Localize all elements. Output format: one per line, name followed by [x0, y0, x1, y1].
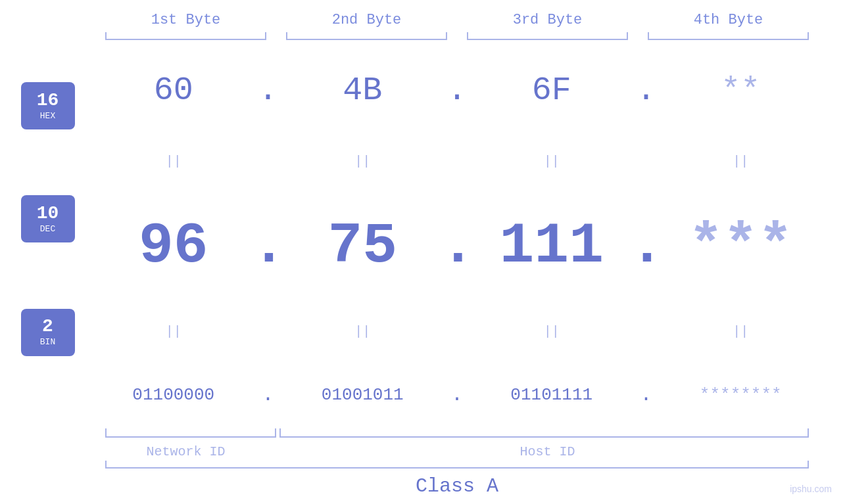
- eq-byte3-dec-bin: ||: [473, 324, 630, 339]
- hex-byte2: 4B: [285, 72, 441, 109]
- byte1-header: 1st Byte: [95, 12, 276, 28]
- bin-byte1: 01100000: [95, 385, 252, 405]
- bin-base-label: BIN: [40, 337, 55, 347]
- eq-byte4-hex-dec: ||: [663, 154, 819, 169]
- id-labels-row: Network ID Host ID: [95, 444, 819, 459]
- bin-byte2: 01001011: [285, 385, 441, 405]
- bin-dot1: .: [252, 384, 285, 406]
- dec-dot3: .: [630, 214, 663, 279]
- bin-byte3: 01101111: [473, 385, 630, 405]
- dec-byte4: ***: [663, 214, 819, 279]
- watermark: ipshu.com: [790, 484, 832, 494]
- hex-row: 60 . 4B . 6F . **: [95, 72, 819, 109]
- dec-dot1: .: [252, 214, 285, 279]
- byte3-bracket: [467, 31, 628, 40]
- hex-dot2: .: [441, 72, 473, 109]
- eq-byte2-hex-dec: ||: [285, 154, 441, 169]
- network-id-brace: [105, 428, 276, 438]
- byte1-bracket: [105, 31, 266, 40]
- byte2-header: 2nd Byte: [276, 12, 457, 28]
- dec-row: 96 . 75 . 111 . ***: [95, 214, 819, 279]
- bottom-section: Network ID Host ID Class A: [0, 428, 845, 504]
- eq-byte3-hex-dec: ||: [473, 154, 630, 169]
- eq-byte1-dec-bin: ||: [95, 324, 252, 339]
- dec-byte2: 75: [285, 214, 441, 279]
- hex-dot3: .: [630, 72, 663, 109]
- byte4-bracket: [648, 31, 809, 40]
- bin-dot3: .: [630, 384, 663, 406]
- network-id-label: Network ID: [95, 444, 276, 459]
- class-label: Class A: [95, 475, 819, 497]
- dec-base-number: 10: [37, 204, 59, 223]
- dec-dot2: .: [441, 214, 473, 279]
- eq-row-1: || || || ||: [95, 154, 819, 169]
- hex-byte3: 6F: [473, 72, 630, 109]
- byte2-bracket: [286, 31, 447, 40]
- hex-base-label: HEX: [40, 111, 55, 121]
- host-id-brace: [279, 428, 809, 438]
- data-rows: 60 . 4B . 6F . ** || || || || 96: [95, 49, 845, 428]
- hex-byte4: **: [663, 72, 819, 109]
- class-section: Class A: [95, 467, 819, 497]
- bin-base-number: 2: [42, 317, 53, 336]
- bin-byte4: ********: [663, 385, 819, 405]
- eq-row-2: || || || ||: [95, 324, 819, 338]
- eq-byte1-hex-dec: ||: [95, 154, 252, 169]
- hex-base-number: 16: [37, 91, 59, 110]
- host-id-label: Host ID: [276, 444, 819, 459]
- bin-dot2: .: [441, 384, 473, 406]
- bottom-braces: [95, 428, 819, 440]
- dec-badge: 10 DEC: [21, 195, 75, 242]
- hex-byte1: 60: [95, 72, 252, 109]
- byte3-header: 3rd Byte: [457, 12, 638, 28]
- eq-byte4-dec-bin: ||: [663, 324, 819, 339]
- hex-badge: 16 HEX: [21, 82, 75, 129]
- dec-byte1: 96: [95, 214, 252, 279]
- dec-base-label: DEC: [40, 224, 55, 234]
- byte4-header: 4th Byte: [638, 12, 819, 28]
- eq-byte2-dec-bin: ||: [285, 324, 441, 339]
- base-badges: 16 HEX 10 DEC 2 BIN: [0, 49, 95, 428]
- bin-row: 01100000 . 01001011 . 01101111 . *******…: [95, 384, 819, 406]
- class-bracket: [105, 467, 809, 469]
- dec-byte3: 111: [473, 214, 630, 279]
- bin-badge: 2 BIN: [21, 309, 75, 356]
- hex-dot1: .: [252, 72, 285, 109]
